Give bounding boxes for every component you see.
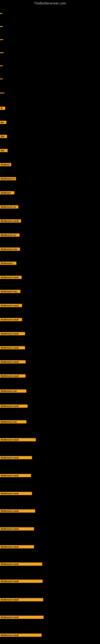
bar-label-42: Bottleneck result	[0, 634, 42, 637]
bar-label-16: Bottleneck result	[0, 219, 21, 222]
bar-label-31: Bottleneck result	[0, 438, 36, 441]
bar-label-9: Bo	[0, 121, 6, 124]
bar-item-14: Bottlenec	[0, 191, 14, 194]
bar-label-24: Bottleneck result	[0, 332, 25, 335]
bar-item-32: Bottleneck result	[0, 456, 32, 459]
chart-area: TheBottlenecker.com BBoBotBotBottleneBot…	[0, 0, 100, 644]
bar-label-34: Bottleneck result	[0, 492, 32, 495]
bar-item-40: Bottleneck result	[0, 598, 43, 601]
bar-label-2	[0, 26, 3, 27]
bar-item-1	[0, 13, 2, 14]
bar-item-29: Bottleneck result	[0, 404, 28, 408]
bar-label-4	[0, 52, 3, 53]
bar-label-12: Bottlene	[0, 163, 11, 166]
bar-item-4	[0, 52, 3, 53]
bar-label-26: Bottleneck result	[0, 360, 26, 364]
bar-item-37: Bottleneck result	[0, 545, 34, 548]
bar-label-36: Bottleneck result	[0, 527, 34, 530]
bar-label-11: Bot	[0, 149, 8, 152]
bar-label-14: Bottlenec	[0, 191, 14, 194]
bar-item-18: Bottleneck resu	[0, 248, 20, 251]
bar-label-7	[0, 92, 4, 94]
bar-label-38: Bottleneck result	[0, 562, 42, 566]
bar-item-22: Bottleneck result	[0, 304, 22, 307]
bar-item-20: Bottleneck result	[0, 276, 22, 279]
bar-label-28: Bottleneck rest	[0, 390, 26, 393]
bar-item-34: Bottleneck result	[0, 492, 32, 495]
bar-label-35: Bottleneck result	[0, 509, 35, 512]
bar-item-8: B	[0, 107, 5, 110]
bar-item-6	[0, 78, 3, 79]
bar-item-30: Bottleneck rest	[0, 420, 26, 424]
bar-item-5	[0, 66, 3, 66]
bar-label-30: Bottleneck rest	[0, 420, 26, 424]
bar-label-6	[0, 78, 3, 79]
bar-item-23: Bottleneck result	[0, 318, 22, 321]
bar-label-41: Bottleneck result	[0, 616, 44, 619]
bar-item-33: Bottleneck result	[0, 474, 31, 477]
bar-label-20: Bottleneck result	[0, 276, 22, 279]
bar-item-15: Bottleneck res	[0, 205, 18, 208]
bar-label-21: Bottleneck resu	[0, 290, 20, 293]
bar-label-25: Bottleneck result	[0, 346, 25, 349]
bar-item-17: Bottleneck res	[0, 234, 20, 237]
bar-label-13: Bottleneck re	[0, 177, 16, 180]
bar-label-3	[0, 39, 3, 40]
bar-label-32: Bottleneck result	[0, 456, 32, 459]
bar-item-21: Bottleneck resu	[0, 290, 20, 293]
bar-item-12: Bottlene	[0, 163, 11, 166]
bar-label-40: Bottleneck result	[0, 598, 43, 601]
bar-item-25: Bottleneck result	[0, 346, 25, 349]
bar-item-19: Bottleneck r	[0, 262, 16, 265]
site-title: TheBottlenecker.com	[0, 0, 100, 6]
bar-item-27: Bottleneck result	[0, 374, 26, 378]
bar-item-31: Bottleneck result	[0, 438, 36, 441]
bar-item-35: Bottleneck result	[0, 509, 35, 512]
bar-label-15: Bottleneck res	[0, 205, 18, 208]
bar-item-39: Bottleneck result	[0, 580, 43, 583]
bar-item-7	[0, 92, 4, 94]
bar-item-3	[0, 39, 3, 40]
bar-item-41: Bottleneck result	[0, 616, 44, 619]
bar-label-23: Bottleneck result	[0, 318, 22, 321]
bar-item-10: Bot	[0, 135, 7, 138]
bar-label-22: Bottleneck result	[0, 304, 22, 307]
bar-item-28: Bottleneck rest	[0, 390, 26, 393]
bar-label-8: B	[0, 107, 5, 110]
bar-item-36: Bottleneck result	[0, 527, 34, 530]
bar-item-11: Bot	[0, 149, 8, 152]
bar-label-5	[0, 66, 3, 66]
bar-item-9: Bo	[0, 121, 6, 124]
bar-label-39: Bottleneck result	[0, 580, 43, 583]
bar-item-38: Bottleneck result	[0, 562, 42, 566]
bar-item-16: Bottleneck result	[0, 219, 21, 222]
bar-label-1	[0, 13, 2, 14]
bar-item-13: Bottleneck re	[0, 177, 16, 180]
bar-label-37: Bottleneck result	[0, 545, 34, 548]
bar-label-33: Bottleneck result	[0, 474, 31, 477]
bar-item-26: Bottleneck result	[0, 360, 26, 364]
bar-item-2	[0, 26, 3, 27]
bar-item-24: Bottleneck result	[0, 332, 25, 335]
bar-item-42: Bottleneck result	[0, 634, 42, 637]
bar-label-17: Bottleneck res	[0, 234, 20, 237]
bar-label-27: Bottleneck result	[0, 374, 26, 378]
bar-label-19: Bottleneck r	[0, 262, 16, 265]
bar-label-10: Bot	[0, 135, 7, 138]
bar-label-18: Bottleneck resu	[0, 248, 20, 251]
bar-label-29: Bottleneck result	[0, 404, 28, 408]
